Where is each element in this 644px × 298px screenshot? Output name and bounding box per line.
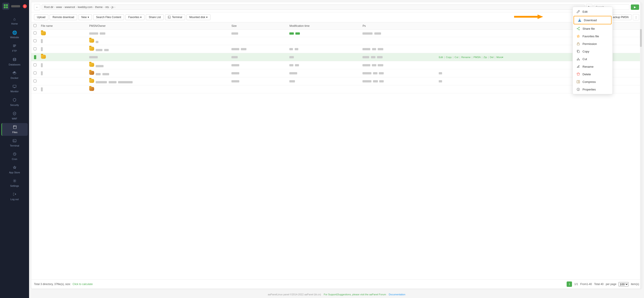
bc-domain[interactable]: kwebby.com — [78, 5, 92, 9]
row-pmsn-link[interactable]: PMSN — [474, 56, 480, 58]
size-blurred — [289, 56, 294, 58]
row-size-cell — [287, 69, 360, 77]
context-menu-download[interactable]: Download — [574, 16, 612, 24]
context-menu-copy[interactable]: Copy — [573, 47, 612, 55]
context-copy-label: Copy — [582, 50, 589, 53]
sidebar-item-label: Databases — [9, 63, 20, 66]
bc-wwwroot[interactable]: wwwroot — [64, 5, 75, 9]
click-to-calculate[interactable]: Click to calculate — [73, 283, 93, 286]
context-menu-edit[interactable]: Edit — [573, 8, 612, 15]
sidebar-item-files[interactable]: Files — [1, 123, 28, 136]
row-checkbox[interactable] — [34, 31, 36, 34]
row-del-link[interactable]: Del — [490, 56, 494, 58]
sidebar-item-security[interactable]: Security — [1, 96, 28, 109]
row-checkbox-cell — [31, 77, 39, 85]
row-zip-link[interactable]: Zip — [484, 56, 487, 58]
more-options-button[interactable]: ⋮ — [633, 14, 639, 20]
scrollbar[interactable] — [640, 2, 642, 289]
context-menu-rename[interactable]: Rename — [573, 63, 612, 70]
sidebar-item-logout[interactable]: Log out — [1, 190, 28, 203]
filename-blurred — [96, 49, 102, 51]
context-menu-favorites[interactable]: Favorites file — [573, 32, 612, 40]
mounted-disk-button[interactable]: Mounted disk ▾ — [186, 14, 210, 20]
context-menu-properties[interactable]: Properties — [573, 86, 612, 93]
row-checkbox[interactable] — [34, 47, 36, 50]
row-cut-link[interactable]: Cut — [454, 56, 458, 58]
per-page-select[interactable]: 100 50 20 — [618, 282, 628, 286]
row-checkbox[interactable] — [34, 88, 36, 90]
file-manager: ← Root dir › www › wwwroot › kwebby.com … — [31, 2, 642, 289]
svg-rect-1 — [6, 4, 8, 6]
sep7: › — [114, 5, 116, 9]
context-menu-permission[interactable]: Permission — [573, 40, 612, 47]
row-rename-link[interactable]: Rename — [461, 56, 471, 58]
sidebar-item-website[interactable]: 🌐 Website — [1, 28, 28, 41]
support-link[interactable]: For Support|Suggestions, please visit th… — [324, 293, 386, 296]
sidebar-item-label: Settings — [10, 185, 19, 187]
green-action-button[interactable]: ▶ — [631, 4, 639, 10]
time-blurred3 — [379, 72, 384, 74]
bc-nts[interactable]: nts — [105, 5, 109, 9]
upload-button[interactable]: Upload — [34, 14, 48, 20]
gray-bar-indicator — [41, 39, 43, 43]
sidebar-item-waf[interactable]: WAF — [1, 109, 28, 122]
new-label: New — [82, 16, 87, 19]
row-checkbox[interactable] — [34, 79, 36, 82]
compress-icon — [576, 80, 580, 84]
bc-root[interactable]: Root dir — [44, 5, 54, 9]
size-blurred2 — [295, 48, 298, 50]
context-menu-delete[interactable]: Delete — [573, 70, 612, 78]
gray-bar-indicator — [41, 87, 43, 91]
favorites-button[interactable]: Favorites ▾ — [126, 14, 144, 20]
sidebar-item-databases[interactable]: Databases — [1, 55, 28, 68]
databases-icon — [13, 58, 16, 62]
scrollbar-thumb[interactable] — [640, 29, 642, 47]
bc-js[interactable]: js — [112, 5, 114, 9]
sidebar-item-terminal[interactable]: Terminal — [1, 137, 28, 149]
context-menu-compress[interactable]: Compress — [573, 78, 612, 86]
row-name-cell — [87, 61, 229, 69]
remote-download-button[interactable]: Remote download — [50, 14, 77, 20]
sidebar-item-monitor[interactable]: Monitor — [1, 82, 28, 95]
terminal-icon — [13, 139, 16, 143]
new-button[interactable]: New ▾ — [78, 14, 92, 20]
search-files-button[interactable]: Search Files Content — [93, 14, 124, 20]
sidebar-item-ftp[interactable]: FTP — [1, 42, 28, 54]
share-list-button[interactable]: Share List — [146, 14, 164, 20]
time-blurred2 — [373, 72, 378, 74]
sidebar-item-appstore[interactable]: App Store — [1, 164, 28, 176]
sidebar-item-docker[interactable]: Docker — [1, 69, 28, 81]
filename-blurred — [96, 73, 100, 75]
new-chevron-icon: ▾ — [88, 16, 89, 19]
context-menu-share-file[interactable]: Share file — [573, 25, 612, 32]
svg-rect-15 — [168, 16, 170, 18]
terminal-button[interactable]: Terminal — [165, 14, 185, 20]
sidebar-logo — [2, 3, 10, 10]
row-icon-cell — [39, 69, 87, 77]
website-icon: 🌐 — [12, 30, 17, 35]
context-menu-cut[interactable]: Cut — [573, 55, 612, 63]
row-copy-link[interactable]: Copy — [446, 56, 452, 58]
back-button[interactable]: ← — [34, 4, 40, 10]
row-checkbox[interactable] — [34, 39, 36, 42]
favorites-chevron-icon: ▾ — [140, 16, 142, 19]
properties-icon — [576, 87, 580, 91]
sidebar-item-home[interactable]: ⌂ Home — [1, 15, 28, 27]
row-checkbox[interactable] — [34, 71, 36, 74]
row-checkbox[interactable] — [34, 63, 36, 66]
time-blurred3 — [378, 48, 383, 50]
row-more-link[interactable]: More▾ — [496, 56, 503, 58]
folder-icon — [89, 79, 94, 83]
gray-bar-indicator — [41, 47, 43, 51]
pmsn-blurred — [232, 80, 239, 82]
row-edit-link[interactable]: Edit — [439, 56, 443, 58]
bc-www[interactable]: www — [56, 5, 62, 9]
time-blurred2 — [374, 32, 381, 35]
time-blurred — [362, 64, 370, 66]
sidebar-item-settings[interactable]: Settings — [1, 177, 28, 189]
page-button[interactable]: 1 — [567, 282, 572, 287]
bc-theme[interactable]: theme — [95, 5, 103, 9]
sidebar-item-cron[interactable]: Cron — [1, 150, 28, 163]
documentation-link[interactable]: Documentation — [389, 293, 406, 296]
select-all-checkbox[interactable] — [34, 24, 36, 27]
